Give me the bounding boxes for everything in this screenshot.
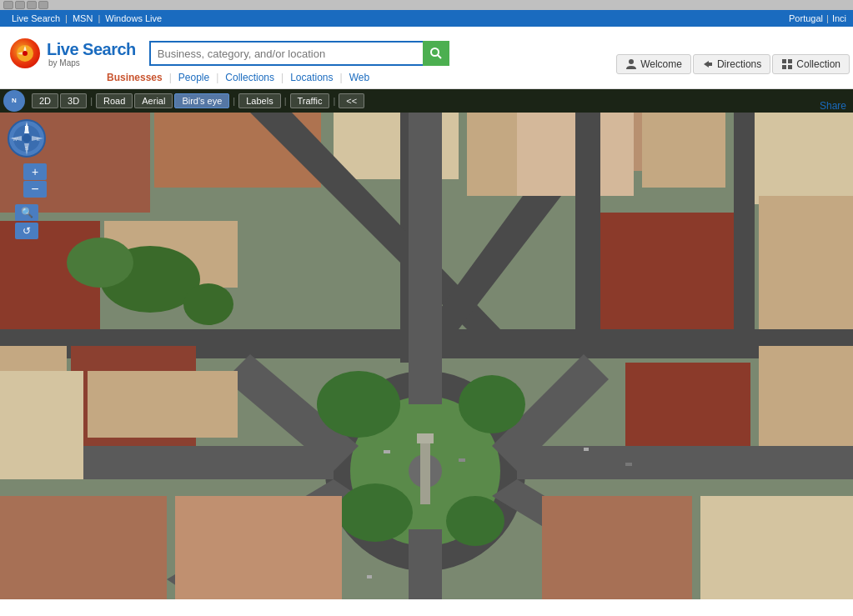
- zoom-in-button[interactable]: +: [23, 163, 47, 180]
- search-button[interactable]: [423, 41, 449, 66]
- svg-rect-30: [642, 113, 725, 188]
- svg-point-51: [338, 483, 413, 542]
- topnav-inci[interactable]: Inci: [832, 13, 846, 23]
- search-input[interactable]: [149, 41, 423, 66]
- svg-rect-39: [420, 438, 430, 504]
- topnav-region[interactable]: Portugal: [789, 13, 823, 23]
- labels-button[interactable]: Labels: [238, 93, 280, 108]
- svg-rect-61: [625, 363, 750, 446]
- top-nav-right: Portugal | Inci: [789, 13, 846, 23]
- top-nav-left: Live Search | MSN | Windows Live: [7, 13, 167, 23]
- svg-point-50: [459, 375, 525, 433]
- svg-rect-42: [517, 446, 853, 479]
- svg-text:W: W: [13, 137, 18, 142]
- forward-btn[interactable]: [15, 1, 25, 9]
- map-svg: [0, 113, 853, 599]
- svg-rect-60: [88, 371, 238, 438]
- share-bar[interactable]: Share: [820, 100, 846, 112]
- look-icon-button[interactable]: 🔍: [15, 204, 38, 221]
- more-button[interactable]: <<: [339, 93, 364, 108]
- browser-chrome: [0, 0, 853, 10]
- subnav-collections[interactable]: Collections: [218, 72, 281, 83]
- collection-icon: [781, 58, 793, 70]
- topnav-live-search[interactable]: Live Search: [7, 13, 65, 23]
- svg-rect-34: [575, 113, 600, 329]
- header-actions: Welcome Directions Collection: [616, 54, 853, 74]
- logo-area: Live Search by Maps: [10, 38, 136, 68]
- rotate-button[interactable]: ↺: [15, 223, 38, 239]
- logo-by-maps-text: by Maps: [48, 58, 136, 68]
- topnav-windows-live[interactable]: Windows Live: [100, 13, 167, 23]
- svg-point-28: [183, 283, 233, 325]
- svg-point-49: [317, 371, 400, 438]
- traffic-button[interactable]: Traffic: [290, 93, 330, 108]
- svg-rect-63: [384, 450, 390, 453]
- svg-rect-35: [734, 113, 755, 329]
- svg-point-1: [23, 51, 28, 56]
- svg-rect-6: [788, 59, 792, 63]
- road-button[interactable]: Road: [96, 93, 133, 108]
- logo-icon: [10, 38, 40, 68]
- svg-rect-32: [600, 213, 750, 329]
- svg-rect-7: [782, 65, 786, 69]
- directions-label: Directions: [717, 58, 761, 70]
- svg-point-4: [629, 59, 634, 64]
- directions-icon: [702, 58, 714, 70]
- svg-point-74: [23, 134, 31, 143]
- svg-line-3: [438, 55, 441, 58]
- welcome-icon: [625, 58, 637, 70]
- map-toolbar: N 2D 3D | Road Aerial Bird's eye | Label…: [0, 89, 853, 113]
- view-3d-button[interactable]: 3D: [60, 93, 87, 108]
- svg-point-27: [67, 238, 133, 288]
- directions-button[interactable]: Directions: [693, 54, 770, 74]
- svg-text:S: S: [25, 146, 28, 151]
- aerial-button[interactable]: Aerial: [134, 93, 173, 108]
- svg-rect-58: [700, 496, 853, 599]
- svg-rect-33: [759, 196, 853, 329]
- svg-rect-54: [0, 496, 167, 599]
- collection-label: Collection: [796, 58, 840, 70]
- collection-button[interactable]: Collection: [772, 54, 850, 74]
- welcome-button[interactable]: Welcome: [616, 54, 691, 74]
- svg-point-2: [431, 48, 439, 56]
- subnav-locations[interactable]: Locations: [283, 72, 339, 83]
- zoom-controls: + −: [15, 163, 47, 198]
- aerial-photo: [0, 113, 853, 599]
- svg-rect-62: [759, 346, 853, 446]
- search-bar: [149, 41, 449, 66]
- svg-rect-5: [782, 59, 786, 63]
- map-container[interactable]: N 2D 3D | Road Aerial Bird's eye | Label…: [0, 89, 853, 599]
- pan-controls: 🔍 ↺: [7, 204, 47, 239]
- top-nav-bar: Live Search | MSN | Windows Live Portuga…: [0, 10, 853, 27]
- svg-rect-57: [542, 496, 692, 599]
- birds-eye-button[interactable]: Bird's eye: [174, 93, 229, 108]
- subnav-web[interactable]: Web: [343, 72, 376, 83]
- svg-rect-59: [0, 371, 83, 479]
- svg-rect-65: [584, 448, 589, 451]
- subnav-businesses[interactable]: Businesses: [100, 72, 169, 83]
- svg-point-52: [446, 496, 504, 546]
- topnav-msn[interactable]: MSN: [68, 13, 98, 23]
- svg-rect-64: [459, 458, 465, 462]
- svg-rect-55: [175, 496, 342, 599]
- map-nav: N S W E + − 🔍 ↺: [7, 118, 47, 239]
- zoom-out-button[interactable]: −: [23, 181, 47, 198]
- logo-text: Live Search by Maps: [47, 40, 136, 68]
- svg-rect-40: [417, 433, 434, 443]
- logo-live-search-text: Live Search: [47, 40, 136, 58]
- svg-rect-43: [409, 113, 442, 404]
- svg-rect-44: [409, 529, 442, 599]
- svg-rect-67: [367, 575, 372, 578]
- refresh-btn[interactable]: [38, 1, 48, 9]
- svg-rect-66: [625, 463, 632, 466]
- svg-text:N: N: [24, 125, 28, 131]
- subnav-people[interactable]: People: [172, 72, 216, 83]
- nav-compass[interactable]: N S W E: [7, 118, 47, 158]
- back-btn[interactable]: [3, 1, 13, 9]
- svg-text:E: E: [37, 137, 40, 142]
- stop-btn[interactable]: [27, 1, 37, 9]
- svg-rect-8: [788, 65, 792, 69]
- welcome-label: Welcome: [640, 58, 682, 70]
- view-2d-button[interactable]: 2D: [32, 93, 58, 108]
- compass-rose[interactable]: N: [3, 90, 25, 112]
